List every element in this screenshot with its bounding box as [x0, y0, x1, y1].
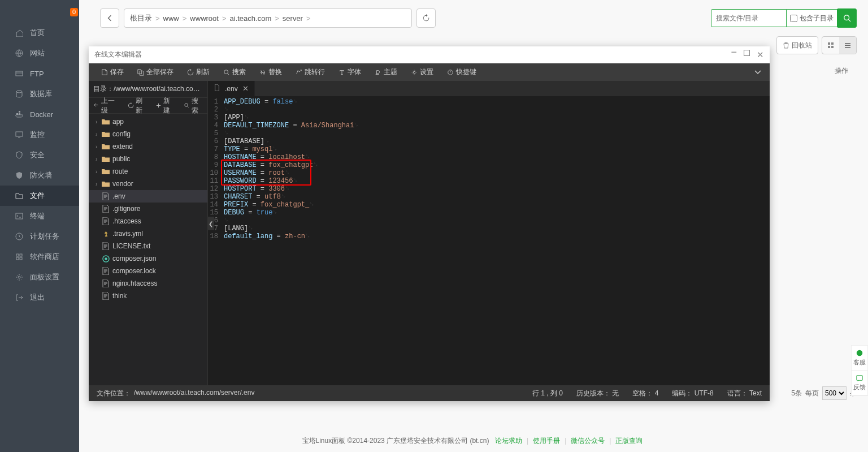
sidebar-item-globe[interactable]: 网站	[0, 43, 79, 63]
search-button[interactable]	[837, 8, 857, 28]
tree-folder-app[interactable]: ›app	[89, 115, 207, 128]
svg-point-14	[844, 15, 849, 20]
fp-action-2[interactable]: 新建	[151, 96, 179, 115]
editor-tool-7[interactable]: 主题	[368, 63, 404, 81]
sidebar-label: 监控	[30, 130, 45, 140]
tree-file-LICENSE.txt[interactable]: LICENSE.txt	[89, 240, 207, 252]
sidebar-item-docker[interactable]: Docker	[0, 104, 79, 124]
svg-rect-20	[845, 45, 850, 46]
sidebar-item-settings[interactable]: 面板设置	[0, 267, 79, 287]
sidebar-item-db[interactable]: 数据库	[0, 84, 79, 104]
editor-tool-6[interactable]: 字体	[332, 63, 368, 81]
editor-tool-0[interactable]: 保存	[94, 63, 131, 81]
panel-collapse-handle[interactable]: ❮	[207, 217, 214, 230]
breadcrumb-part[interactable]: server	[283, 14, 303, 23]
path-box[interactable]: 根目录>www>wwwroot>ai.teach.com>server>	[124, 8, 412, 28]
minimize-icon[interactable]: −	[731, 50, 737, 60]
footer-link[interactable]: 论坛求助	[495, 436, 522, 446]
sidebar-item-folder[interactable]: 文件	[0, 186, 79, 206]
fp-action-0[interactable]: 上一级	[89, 96, 123, 115]
tree-file-.htaccess[interactable]: .htaccess	[89, 215, 207, 227]
sidebar-item-terminal[interactable]: 终端	[0, 206, 79, 226]
sidebar-item-ftp[interactable]: FTP	[0, 63, 79, 84]
list-view-button[interactable]	[839, 37, 856, 54]
tree-file-think[interactable]: think	[89, 290, 207, 302]
breadcrumb-part[interactable]: wwwroot	[190, 14, 219, 23]
fp-action-1[interactable]: 刷新	[123, 96, 151, 115]
tree-label: .htaccess	[112, 217, 141, 225]
file-icon	[101, 230, 110, 238]
notification-badge[interactable]: 0	[70, 8, 78, 16]
editor-tool-3[interactable]: 搜索	[216, 63, 253, 81]
tree-file-nginx.htaccess[interactable]: nginx.htaccess	[89, 277, 207, 290]
tree-folder-public[interactable]: ›public	[89, 153, 207, 165]
shield-icon	[14, 151, 24, 159]
sidebar-item-shield[interactable]: 安全	[0, 145, 79, 165]
float-feedback[interactable]: 反馈	[852, 371, 867, 395]
code-line: HOSTPORT = 3306␊	[224, 185, 359, 193]
maximize-icon[interactable]	[744, 50, 750, 60]
column-header-action: 操作	[835, 66, 848, 76]
editor-tool-8[interactable]: 设置	[404, 63, 440, 81]
close-icon[interactable]: ✕	[757, 50, 764, 60]
back-button[interactable]	[100, 8, 119, 28]
fp-action-3[interactable]: 搜索	[179, 96, 207, 115]
status-lang[interactable]: 语言： Text	[727, 389, 762, 398]
tree-folder-route[interactable]: ›route	[89, 165, 207, 178]
editor-tool-5[interactable]: 跳转行	[289, 63, 332, 81]
svg-rect-21	[845, 47, 850, 48]
settings-icon	[14, 273, 24, 281]
code-line: PREFIX = fox_chatgpt_␊	[224, 201, 359, 209]
sidebar-item-firewall[interactable]: 防火墙	[0, 165, 79, 186]
file-icon	[101, 267, 110, 275]
tree-folder-vendor[interactable]: ›vendor	[89, 178, 207, 190]
breadcrumb-part[interactable]: ai.teach.com	[230, 14, 272, 23]
breadcrumb-part[interactable]: 根目录	[130, 13, 152, 23]
editor-tool-4[interactable]: 替换	[253, 63, 289, 81]
editor-tool-2[interactable]: 刷新	[180, 63, 216, 81]
folder-icon	[101, 118, 110, 125]
tree-file-.travis.yml[interactable]: .travis.yml	[89, 227, 207, 240]
tree-folder-extend[interactable]: ›extend	[89, 140, 207, 153]
tree-file-composer.lock[interactable]: composer.lock	[89, 265, 207, 277]
sidebar-item-store[interactable]: 软件商店	[0, 247, 79, 267]
folder-icon	[101, 168, 110, 175]
status-spaces[interactable]: 空格： 4	[632, 389, 658, 398]
tab-close-icon[interactable]: ✕	[242, 84, 249, 93]
breadcrumb-part[interactable]: www	[163, 14, 179, 23]
view-switch	[822, 36, 857, 54]
file-icon	[101, 255, 110, 262]
footer-link[interactable]: 微信公众号	[571, 436, 605, 446]
code-area[interactable]: 123456789101112131415161718 APP_DEBUG = …	[208, 96, 770, 385]
editor-tool-9[interactable]: 快捷键	[440, 63, 483, 81]
toolbar-collapse-icon[interactable]	[746, 68, 770, 76]
recycle-bin-button[interactable]: 回收站	[776, 36, 818, 54]
per-page-select[interactable]: 500	[822, 386, 847, 400]
sidebar-item-monitor[interactable]: 监控	[0, 124, 79, 145]
search-input[interactable]	[711, 9, 787, 27]
status-history[interactable]: 历史版本： 无	[576, 389, 619, 398]
sidebar-label: 首页	[30, 28, 45, 38]
svg-point-28	[185, 104, 188, 107]
footer-link[interactable]: 正版查询	[615, 436, 643, 446]
footer-link[interactable]: 使用手册	[533, 436, 560, 446]
tree-file-.gitignore[interactable]: .gitignore	[89, 203, 207, 215]
editor-tool-1[interactable]: 全部保存	[131, 63, 180, 81]
status-encoding[interactable]: 编码： UTF-8	[672, 389, 713, 398]
sidebar-item-logout[interactable]: 退出	[0, 287, 79, 308]
tree-file-composer.json[interactable]: composer.json	[89, 252, 207, 265]
tree-label: vendor	[112, 180, 133, 188]
grid-view-button[interactable]	[822, 37, 839, 54]
float-help[interactable]: 客服	[852, 346, 867, 371]
tree-label: public	[112, 155, 130, 163]
tree-file-.env[interactable]: .env	[89, 190, 207, 203]
tab-env[interactable]: .env ✕	[208, 81, 255, 96]
tree-folder-config[interactable]: ›config	[89, 128, 207, 140]
sidebar-item-home[interactable]: 首页	[0, 23, 79, 43]
sidebar-item-cron[interactable]: 计划任务	[0, 226, 79, 247]
tree-label: .gitignore	[112, 205, 140, 213]
tree-label: .travis.yml	[112, 230, 143, 238]
include-subdir-check[interactable]: 包含子目录	[787, 9, 837, 27]
svg-point-30	[105, 257, 107, 260]
refresh-button[interactable]	[416, 8, 436, 28]
